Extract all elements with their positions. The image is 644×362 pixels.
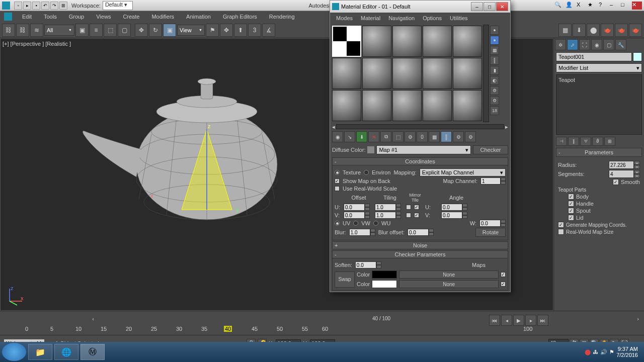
save-icon[interactable]: ▪ — [32, 2, 40, 10]
handle-checkbox[interactable]: ✓ — [568, 201, 574, 207]
options-icon[interactable]: ⚙ — [490, 86, 499, 95]
play-icon[interactable]: ▶ — [513, 315, 524, 326]
swap-button[interactable]: Swap — [335, 272, 355, 288]
v-tile-checkbox[interactable]: ✓ — [414, 213, 419, 218]
w-angle-input[interactable] — [479, 220, 501, 227]
assign-sel-icon[interactable]: ⬇ — [356, 131, 367, 142]
u-tiling-input[interactable] — [375, 204, 396, 211]
modify-tab-icon[interactable]: ⬀ — [567, 39, 578, 50]
menu-group[interactable]: Group — [63, 11, 91, 22]
chrome-taskbar-icon[interactable]: 🌐 — [54, 344, 78, 360]
display-tab-icon[interactable]: ▢ — [603, 39, 614, 50]
genmap-checkbox[interactable]: ✓ — [558, 222, 564, 228]
segments-input[interactable] — [609, 170, 634, 178]
u-offset-input[interactable] — [344, 204, 365, 211]
lid-checkbox[interactable]: ✓ — [568, 215, 574, 221]
hierarchy-tab-icon[interactable]: ⛶ — [579, 39, 590, 50]
blur-offset-input[interactable] — [408, 229, 429, 236]
new-icon[interactable]: ▫ — [14, 2, 22, 10]
signin-icon[interactable]: 👤 — [566, 2, 576, 10]
mat-minimize-button[interactable]: – — [471, 2, 483, 11]
config-sets-icon[interactable]: ⊞ — [604, 137, 615, 146]
map-type-button[interactable]: Checker — [473, 145, 508, 154]
material-slot-3[interactable] — [392, 26, 422, 57]
snap-icon[interactable]: 3 — [248, 24, 261, 37]
wu-radio[interactable] — [373, 221, 378, 226]
menu-grapheditors[interactable]: Graph Editors — [217, 11, 263, 22]
material-slot-2[interactable] — [362, 26, 391, 57]
uv-radio[interactable] — [335, 221, 340, 226]
map-channel-input[interactable] — [480, 177, 501, 185]
vw-radio[interactable] — [353, 221, 358, 226]
tray-volume-icon[interactable]: 🔊 — [600, 349, 607, 355]
manip-icon[interactable]: ✥ — [220, 24, 233, 37]
put-scene-icon[interactable]: ↘ — [344, 131, 355, 142]
u-mirror-checkbox[interactable] — [406, 205, 411, 210]
menu-tools[interactable]: Tools — [38, 11, 63, 22]
help-icon[interactable]: ? — [599, 2, 609, 10]
mat-editor-titlebar[interactable]: Material Editor - 01 - Default – □ ✕ — [330, 1, 510, 13]
radius-down[interactable]: ▼ — [634, 165, 640, 169]
segments-up[interactable]: ▲ — [634, 170, 640, 174]
video-check-icon[interactable]: ▮ — [490, 66, 499, 75]
sample-type-icon[interactable]: ● — [490, 26, 499, 35]
mapping-combo[interactable]: Explicit Map Channel▾ — [420, 168, 506, 176]
bind-icon[interactable]: ≋ — [30, 24, 43, 37]
open-icon[interactable]: ▸ — [23, 2, 31, 10]
key-icon[interactable]: ⬆ — [234, 24, 247, 37]
modifier-list-combo[interactable]: Modifier List▾ — [556, 63, 642, 72]
material-slot-4[interactable] — [423, 26, 452, 57]
mat-id-channel-icon[interactable]: 0 — [417, 131, 428, 142]
map1-slot-button[interactable]: None — [399, 270, 499, 279]
backlight-icon[interactable]: ● — [490, 36, 499, 45]
v-offset-input[interactable] — [344, 212, 365, 219]
pivot-icon[interactable]: ⚑ — [206, 24, 219, 37]
mat-id-icon[interactable]: 18 — [490, 106, 499, 115]
menu-views[interactable]: Views — [90, 11, 117, 22]
render-iter-icon[interactable]: 🫖 — [615, 24, 628, 37]
material-slot-9[interactable] — [423, 58, 452, 89]
select-name-icon[interactable]: ≡ — [90, 24, 103, 37]
material-slot-8[interactable] — [392, 58, 422, 89]
unlink-icon[interactable]: ⛓ — [16, 24, 29, 37]
coordinates-rollout-header[interactable]: -Coordinates — [332, 157, 508, 165]
minimize-icon[interactable]: – — [610, 2, 620, 10]
material-slot-15[interactable] — [453, 90, 482, 121]
menu-modifiers[interactable]: Modifiers — [145, 11, 180, 22]
prev-frame-icon[interactable]: ◂ — [501, 315, 512, 326]
material-slot-7[interactable] — [362, 58, 391, 89]
remove-mod-icon[interactable]: ϑ — [592, 137, 603, 146]
get-material-icon[interactable]: ◉ — [332, 131, 343, 142]
render-prod-icon[interactable]: 🫖 — [601, 24, 614, 37]
color2-swatch[interactable] — [372, 280, 397, 288]
undo-icon[interactable]: ↶ — [41, 2, 49, 10]
render-frame-icon[interactable]: ⬇ — [573, 24, 586, 37]
motion-tab-icon[interactable]: ◉ — [591, 39, 602, 50]
mat-editor-icon[interactable]: ⬤ — [587, 24, 600, 37]
real-world-scale-checkbox[interactable] — [335, 186, 340, 191]
create-tab-icon[interactable]: ✲ — [555, 39, 566, 50]
background-icon[interactable]: ▦ — [490, 46, 499, 55]
go-parent-icon[interactable]: ⚙ — [453, 131, 464, 142]
tray-date[interactable]: 7/2/2016 — [616, 352, 638, 358]
render-setup-icon[interactable]: ▦ — [558, 24, 572, 37]
render-icon[interactable]: 🫖 — [629, 24, 642, 37]
project-icon[interactable]: ⊞ — [59, 2, 67, 10]
stack-item-teapot[interactable]: Teapot — [557, 76, 640, 84]
menu-rendering[interactable]: Rendering — [263, 11, 301, 22]
timeline-ruler[interactable]: 0 5 10 15 20 25 30 35 40 45 50 55 60 100 — [0, 326, 644, 335]
menu-edit[interactable]: Edit — [16, 11, 38, 22]
mat-menu-options[interactable]: Options — [419, 15, 446, 21]
spout-checkbox[interactable]: ✓ — [568, 208, 574, 214]
pick-mat-icon[interactable] — [367, 146, 374, 153]
close-icon[interactable]: ✕ — [632, 2, 642, 10]
3dsmax-taskbar-icon[interactable]: Ⓜ — [80, 344, 105, 360]
link-icon[interactable]: ⛓ — [2, 24, 15, 37]
next-frame-icon[interactable]: ▸ — [525, 315, 536, 326]
viewport-label[interactable]: [+] [Perspective ] [Realistic ] — [3, 41, 71, 47]
sample-scrollbar-v[interactable] — [483, 25, 489, 122]
material-slot-14[interactable] — [423, 90, 452, 121]
material-slot-10[interactable] — [453, 58, 482, 89]
make-unique-mat-icon[interactable]: ⬚ — [392, 131, 404, 142]
goto-start-icon[interactable]: ⏮ — [489, 315, 500, 326]
